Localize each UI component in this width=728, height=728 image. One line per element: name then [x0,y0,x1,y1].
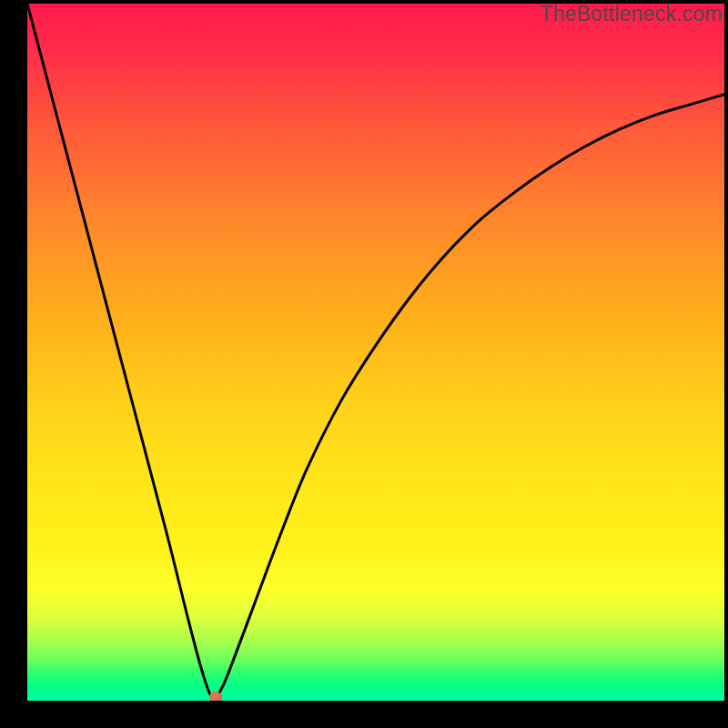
plot-area [27,4,724,701]
watermark-text: TheBottleneck.com [541,2,723,26]
bottleneck-curve [27,4,724,701]
bottleneck-marker [209,692,222,701]
chart-container: TheBottleneck.com [0,0,728,728]
